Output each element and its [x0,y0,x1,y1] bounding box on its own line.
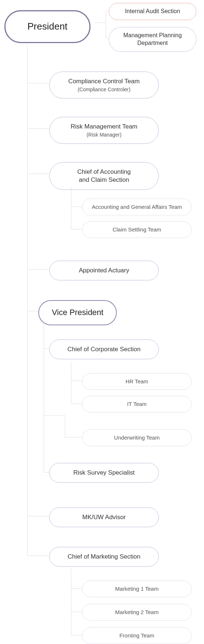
claim-team-label: Claim Settling Team [112,226,161,233]
risk-survey-label: Risk Survey Specialist [73,469,135,477]
hr-team-label: HR Team [126,378,148,385]
claim-team-node: Claim Settling Team [82,221,192,238]
marketing-chief-node: Chief of Marketing Section [49,547,159,567]
corp-chief-node: Chief of Corporate Section [49,340,159,359]
underwriting-label: Underwriting Team [114,434,160,441]
president-label: President [27,20,68,33]
underwriting-node: Underwriting Team [82,429,192,446]
accounting-chief-node: Chief of Accounting and Claim Section [49,162,159,190]
internal-audit-node: Internal Audit Section [109,3,196,20]
risk-mgmt-title: Risk Management Team [71,123,138,131]
accounting-chief-line2: and Claim Section [79,176,129,184]
actuary-node: Appointed Actuary [49,261,159,280]
mkuw-node: MK/UW Advisor [49,507,159,527]
corp-chief-label: Chief of Corporate Section [68,345,141,353]
mgmt-planning-node: Management Planning Department [109,27,196,52]
marketing1-label: Marketing 1 Team [115,585,159,593]
marketing-chief-label: Chief of Marketing Section [68,553,140,561]
compliance-title: Compliance Control Team [68,77,139,85]
it-team-label: IT Team [127,400,147,408]
vp-label: Vice President [52,307,103,318]
internal-audit-label: Internal Audit Section [125,8,180,15]
hr-team-node: HR Team [82,373,192,390]
compliance-sub: (Compliance Controler) [78,86,131,93]
accounting-team-node: Accounting and General Affairs Team [82,199,192,215]
vp-node: Vice President [38,300,117,325]
risk-mgmt-node: Risk Management Team (Risk Manager) [49,117,159,144]
risk-survey-node: Risk Survey Specialist [49,463,159,483]
marketing2-label: Marketing 2 Team [115,609,159,616]
actuary-label: Appointed Actuary [79,267,129,275]
marketing2-node: Marketing 2 Team [82,604,192,621]
it-team-node: IT Team [82,396,192,413]
fronting-node: Fronting Team [82,627,192,644]
mgmt-planning-label: Management Planning Department [116,32,189,47]
compliance-node: Compliance Control Team (Compliance Cont… [49,72,159,99]
accounting-chief-line1: Chief of Accounting [77,168,131,176]
president-node: President [4,10,91,43]
mkuw-label: MK/UW Advisor [82,513,126,521]
risk-mgmt-sub: (Risk Manager) [86,131,122,138]
accounting-team-label: Accounting and General Affairs Team [92,203,182,211]
fronting-label: Fronting Team [119,632,154,639]
marketing1-node: Marketing 1 Team [82,580,192,597]
